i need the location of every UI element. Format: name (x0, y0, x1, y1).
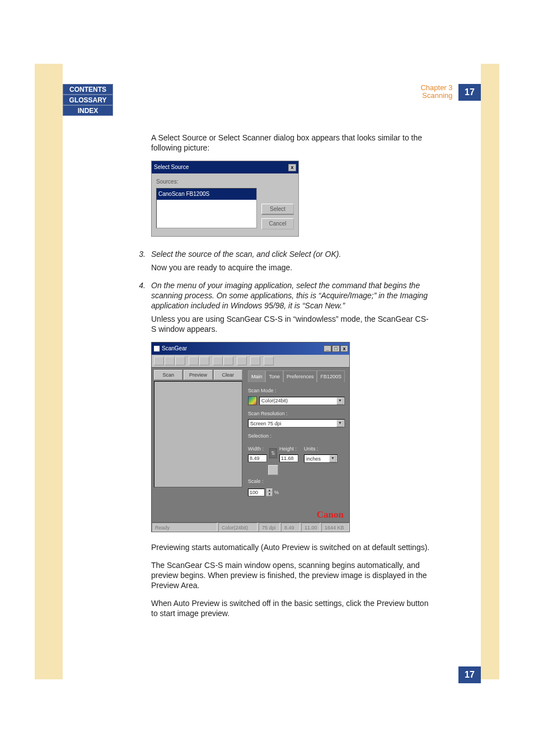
preview-panel: Scan Preview Clear (152, 368, 245, 522)
toolbar-button[interactable] (250, 356, 260, 365)
status-mode: Color(24bit) (218, 523, 257, 532)
window-body: Scan Preview Clear Main Tone Preferences… (152, 368, 349, 522)
tab-main[interactable]: Main (248, 370, 266, 382)
scanres-value: Screen 75 dpi (250, 419, 282, 429)
page-header: Chapter 3 Scanning 17 (414, 84, 481, 101)
chevron-down-icon[interactable]: ▼ (336, 397, 344, 405)
tab-tone[interactable]: Tone (265, 370, 283, 382)
canon-logo: Canon (248, 510, 345, 520)
color-mode-icon (248, 396, 257, 405)
page-number-top: 17 (458, 84, 481, 101)
percent-label: % (274, 487, 279, 497)
scale-spinner[interactable]: ▲ ▼ (266, 489, 273, 496)
cancel-button[interactable]: Cancel (261, 218, 294, 229)
step-text: On the menu of your imaging application,… (151, 280, 432, 311)
step-number: 3. (135, 249, 151, 259)
scanres-label: Scan Resolution : (248, 408, 345, 419)
toolbar-button[interactable] (237, 356, 247, 365)
app-icon (154, 346, 160, 351)
units-value: inches (306, 454, 321, 464)
contents-link[interactable]: CONTENTS (63, 84, 113, 95)
toolbar-button[interactable] (213, 356, 223, 365)
window-titlebar: ScanGear _ □ x (152, 342, 349, 355)
status-ready: Ready (152, 523, 217, 532)
source-item[interactable]: CanoScan FB1200S (157, 189, 256, 200)
height-field[interactable]: 11.68 (279, 454, 298, 462)
settings-tabs: Main Tone Preferences FB1200S (248, 370, 345, 382)
status-width: 8.49 (281, 523, 300, 532)
intro-paragraph: A Select Source or Select Scanner dialog… (151, 133, 432, 153)
tab-device[interactable]: FB1200S (317, 370, 345, 382)
units-dropdown[interactable]: inches ▼ (304, 454, 338, 463)
chevron-down-icon[interactable]: ▼ (336, 420, 344, 427)
preview-button[interactable]: Preview (184, 370, 212, 380)
page-number-bottom: 17 (458, 666, 481, 683)
select-source-dialog: Select Source x Sources: CanoScan FB1200… (151, 161, 299, 237)
width-field[interactable]: 8.49 (248, 454, 267, 462)
maximize-icon[interactable]: □ (332, 345, 340, 352)
tab-preferences[interactable]: Preferences (283, 370, 317, 382)
dialog-buttons: Select Cancel (261, 177, 294, 231)
page-content: A Select Source or Select Scanner dialog… (135, 133, 432, 626)
chapter-label: Chapter 3 Scanning (420, 84, 452, 100)
status-dpi: 75 dpi (259, 523, 280, 532)
reset-selection-icon[interactable] (268, 465, 278, 475)
toolbar-button[interactable] (189, 356, 199, 365)
window-title: ScanGear (162, 344, 187, 354)
chapter-title: Scanning (420, 92, 452, 100)
index-link[interactable]: INDEX (63, 105, 113, 116)
close-icon[interactable]: x (288, 164, 296, 171)
scale-label: Scale : (248, 476, 345, 486)
status-bar: Ready Color(24bit) 75 dpi 8.49 11.00 164… (152, 522, 349, 532)
clear-button[interactable]: Clear (214, 370, 242, 380)
select-button[interactable]: Select (261, 204, 294, 215)
chapter-number: Chapter 3 (420, 84, 452, 92)
mainwindow-paragraph: The ScanGear CS-S main window opens, sca… (151, 560, 432, 590)
settings-panel: Main Tone Preferences FB1200S Scan Mode … (245, 368, 349, 522)
toolbar-button[interactable] (175, 356, 185, 365)
scanmode-dropdown[interactable]: Color(24bit) ▼ (259, 397, 345, 405)
spin-up-icon[interactable]: ▲ (266, 489, 273, 492)
selection-label: Selection : (248, 431, 345, 441)
scanres-dropdown[interactable]: Screen 75 dpi ▼ (248, 419, 345, 428)
close-icon[interactable]: x (340, 345, 348, 352)
step-3: 3. Select the source of the scan, and cl… (135, 249, 432, 259)
height-label: Height : (279, 444, 298, 454)
sources-panel: Sources: CanoScan FB1200S (156, 177, 257, 231)
scan-button[interactable]: Scan (154, 370, 182, 380)
sources-label: Sources: (156, 177, 257, 187)
scanmode-label: Scan Mode : (248, 386, 345, 396)
scangear-window: ScanGear _ □ x (151, 342, 350, 532)
step-text: Select the source of the scan, and click… (151, 249, 432, 259)
status-height: 11.00 (301, 523, 320, 532)
glossary-link[interactable]: GLOSSARY (63, 95, 113, 105)
width-label: Width : (248, 444, 267, 454)
scanmode-value: Color(24bit) (261, 396, 288, 406)
spin-down-icon[interactable]: ▼ (266, 492, 273, 496)
autopreview-off-paragraph: When Auto Preview is switched off in the… (151, 598, 432, 618)
toolbar-button[interactable] (154, 356, 164, 365)
scale-field[interactable]: 100 (248, 489, 265, 496)
help-icon[interactable] (264, 356, 274, 365)
minimize-icon[interactable]: _ (324, 345, 331, 352)
toolbar-button[interactable] (223, 356, 233, 365)
step-number: 4. (135, 280, 151, 311)
right-decorative-stripe (481, 64, 499, 679)
step-4-follow: Unless you are using ScanGear CS-S in “w… (151, 314, 432, 334)
preview-paragraph: Previewing starts automatically (Auto Pr… (151, 542, 432, 552)
left-decorative-stripe (35, 64, 63, 679)
nav-box: CONTENTS GLOSSARY INDEX (63, 84, 113, 116)
dialog-body: Sources: CanoScan FB1200S Select Cancel (152, 173, 298, 236)
preview-area[interactable] (154, 381, 242, 487)
dialog-titlebar: Select Source x (152, 161, 298, 173)
units-label: Units : (304, 444, 345, 454)
toolbar (152, 355, 349, 368)
status-size: 1644 KB (321, 523, 349, 532)
step-4: 4. On the menu of your imaging applicati… (135, 280, 432, 311)
link-icon[interactable]: ⇅ (269, 448, 277, 458)
toolbar-button[interactable] (199, 356, 209, 365)
dialog-title: Select Source (154, 162, 189, 172)
chevron-down-icon[interactable]: ▼ (329, 455, 336, 462)
sources-listbox[interactable]: CanoScan FB1200S (156, 188, 257, 228)
toolbar-button[interactable] (165, 356, 175, 365)
